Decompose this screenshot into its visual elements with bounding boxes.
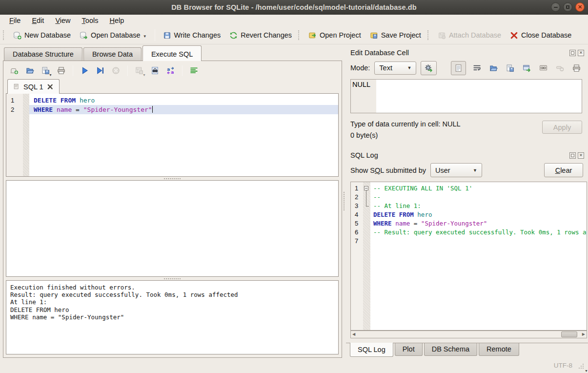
print-button[interactable] bbox=[570, 62, 582, 74]
cell-size-info: 0 byte(s) bbox=[350, 130, 461, 141]
cell-value-editor[interactable]: NULL bbox=[350, 79, 582, 113]
horizontal-splitter[interactable] bbox=[6, 177, 339, 180]
new-database-label: New Database bbox=[24, 31, 71, 39]
toolbar-grip[interactable] bbox=[427, 30, 430, 40]
print-button[interactable] bbox=[55, 64, 68, 77]
bottom-tab-remote[interactable]: Remote bbox=[479, 343, 519, 356]
sql-file-tab-label: SQL 1 bbox=[23, 83, 43, 91]
revert-changes-button[interactable]: Revert Changes bbox=[225, 29, 296, 41]
text-mode-button[interactable] bbox=[451, 61, 466, 75]
open-file-button[interactable] bbox=[23, 64, 37, 77]
save-file-button[interactable]: ▼ bbox=[39, 64, 52, 77]
word-wrap-button[interactable] bbox=[471, 62, 483, 74]
close-panel-icon[interactable]: ✕ bbox=[578, 152, 584, 159]
close-database-icon bbox=[510, 31, 518, 40]
bottom-tab-bar: SQL LogPlotDB SchemaRemote bbox=[346, 343, 588, 358]
bottom-tab-plot[interactable]: Plot bbox=[395, 343, 423, 356]
save-project-label: Save Project bbox=[381, 31, 421, 39]
float-panel-icon[interactable] bbox=[569, 50, 576, 56]
resize-grip[interactable] bbox=[583, 368, 584, 369]
new-database-button[interactable]: New Database bbox=[9, 29, 75, 41]
close-database-button[interactable]: Close Database bbox=[506, 29, 576, 41]
execute-sql-tab-content: ▼▼aa SQL 1 12 DELETE FROM heroWHERE name… bbox=[3, 61, 342, 358]
text-mode-icon bbox=[454, 64, 463, 72]
maximize-icon bbox=[566, 5, 569, 9]
format-button[interactable] bbox=[187, 64, 201, 77]
format-icon bbox=[190, 66, 198, 75]
open-project-button[interactable]: Open Project bbox=[304, 29, 365, 41]
tab-browse-data[interactable]: Browse Data bbox=[83, 47, 142, 61]
minimize-button[interactable] bbox=[551, 2, 560, 12]
scroll-right-icon[interactable]: ▶ bbox=[582, 332, 585, 336]
toolbar-grip[interactable] bbox=[298, 30, 301, 40]
execute-all-button[interactable] bbox=[78, 64, 91, 77]
editor-code-line[interactable]: WHERE name = "Spider-Youngster" bbox=[29, 105, 338, 114]
cell-info-row: Type of data currently in cell: NULL 0 b… bbox=[346, 113, 588, 144]
maximize-button[interactable] bbox=[563, 2, 572, 12]
sql-file-tab[interactable]: SQL 1 bbox=[7, 79, 60, 94]
dropdown-arrow-icon[interactable]: ▼ bbox=[143, 34, 147, 40]
cell-value-area[interactable] bbox=[376, 80, 582, 113]
menu-file[interactable]: File bbox=[4, 16, 25, 26]
open-external-button[interactable] bbox=[521, 62, 532, 74]
close-button[interactable]: ✕ bbox=[575, 2, 585, 12]
execute-line-icon bbox=[96, 66, 104, 75]
new-tab-button[interactable] bbox=[8, 64, 21, 77]
menu-edit[interactable]: Edit bbox=[27, 16, 49, 26]
log-line-number: 2 bbox=[355, 193, 363, 202]
close-icon: ✕ bbox=[578, 4, 582, 10]
link-icon bbox=[539, 64, 547, 72]
menu-view[interactable]: View bbox=[50, 16, 75, 26]
find-button[interactable] bbox=[148, 64, 162, 77]
bottom-tab-db-schema[interactable]: DB Schema bbox=[424, 343, 477, 356]
mode-select[interactable]: Text ▼ bbox=[374, 62, 416, 75]
execute-line-button[interactable] bbox=[94, 64, 107, 77]
bottom-tab-sql-log[interactable]: SQL Log bbox=[350, 343, 393, 357]
write-changes-icon bbox=[163, 31, 171, 40]
write-changes-button[interactable]: Write Changes bbox=[159, 29, 225, 41]
main-area: Database StructureBrowse DataExecute SQL… bbox=[0, 44, 588, 358]
log-line-numbers: 1234567 bbox=[351, 182, 363, 330]
collapse-box-icon[interactable] bbox=[364, 186, 368, 190]
link-button[interactable] bbox=[537, 62, 549, 74]
editor-code-area[interactable]: DELETE FROM heroWHERE name = "Spider-You… bbox=[29, 94, 338, 176]
float-panel-icon[interactable] bbox=[569, 152, 576, 159]
panel-splitter[interactable] bbox=[343, 44, 346, 358]
close-panel-icon[interactable]: ✕ bbox=[578, 50, 584, 56]
status-line: Result: query executed successfully. Too… bbox=[10, 291, 334, 298]
tab-database-structure[interactable]: Database Structure bbox=[4, 47, 82, 61]
sql-editor-toolbar: ▼▼aa bbox=[6, 62, 339, 79]
close-tab-icon[interactable] bbox=[47, 83, 54, 90]
minimize-icon bbox=[554, 7, 558, 8]
sql-log-view[interactable]: 1234567 -- EXECUTING ALL IN 'SQL 1'---- … bbox=[350, 182, 587, 331]
svg-text:a: a bbox=[167, 67, 170, 72]
sql-log-title: SQL Log bbox=[350, 151, 378, 159]
status-line: WHERE name = "Spider-Youngster" bbox=[10, 313, 334, 321]
auto-apply-button[interactable] bbox=[421, 61, 437, 75]
log-fold-margin[interactable] bbox=[363, 182, 370, 330]
toolbar-grip[interactable] bbox=[3, 30, 6, 40]
menu-help[interactable]: Help bbox=[104, 16, 129, 26]
titlebar[interactable]: DB Browser for SQLite - /home/user/code/… bbox=[0, 0, 588, 15]
clear-button[interactable]: Clear bbox=[544, 163, 583, 177]
scroll-left-icon[interactable]: ◀ bbox=[352, 332, 355, 336]
tab-execute-sql[interactable]: Execute SQL bbox=[142, 45, 202, 61]
log-line-number: 4 bbox=[355, 210, 363, 219]
scrollbar-thumb[interactable] bbox=[561, 332, 577, 337]
submitter-select[interactable]: User ▼ bbox=[430, 163, 482, 177]
sql-editor[interactable]: 12 DELETE FROM heroWHERE name = "Spider-… bbox=[6, 93, 339, 177]
export-file-button[interactable] bbox=[504, 62, 516, 74]
log-code-line: -- At line 1: bbox=[373, 202, 587, 210]
menu-tools[interactable]: Tools bbox=[77, 16, 103, 26]
horizontal-splitter[interactable] bbox=[6, 277, 339, 280]
save-project-button[interactable]: Save Project bbox=[365, 29, 426, 41]
status-line: At line 1: bbox=[10, 298, 334, 306]
attach-database-button: Attach Database bbox=[433, 29, 506, 41]
import-file-button[interactable]: ▼ bbox=[487, 62, 499, 74]
horizontal-scrollbar[interactable]: ◀ ▶ bbox=[350, 331, 587, 338]
log-code-line: DELETE FROM hero bbox=[373, 210, 587, 219]
replace-button[interactable]: aa bbox=[164, 64, 177, 77]
open-database-button[interactable]: Open Database▼ bbox=[75, 29, 151, 41]
editor-code-line[interactable]: DELETE FROM hero bbox=[29, 96, 338, 105]
fold-marker-collapse[interactable] bbox=[363, 184, 370, 193]
